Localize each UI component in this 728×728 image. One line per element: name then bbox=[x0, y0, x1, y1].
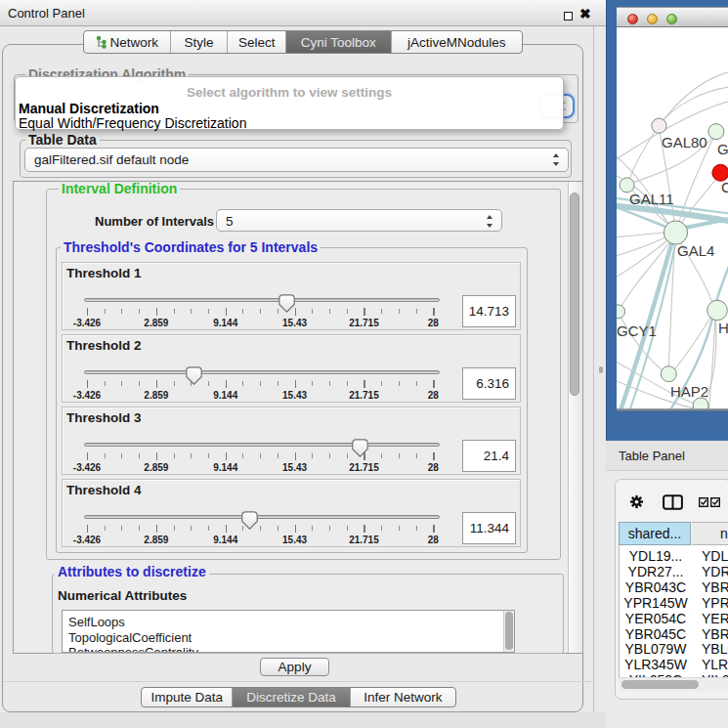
svg-text:GAL11: GAL11 bbox=[629, 191, 674, 207]
svg-text:C: C bbox=[721, 179, 728, 195]
svg-text:GAL4: GAL4 bbox=[677, 242, 714, 259]
svg-text:HAP2: HAP2 bbox=[670, 383, 708, 400]
svg-text:H: H bbox=[718, 320, 728, 336]
svg-text:GA: GA bbox=[717, 141, 728, 157]
svg-text:GAL80: GAL80 bbox=[662, 134, 707, 150]
svg-text:GCY1: GCY1 bbox=[617, 322, 657, 339]
